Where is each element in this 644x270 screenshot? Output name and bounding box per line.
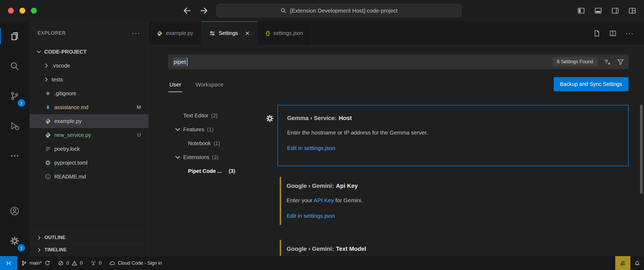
chevron-down-icon [36, 49, 42, 55]
cloud-code-label: Cloud Code - Sign in [118, 260, 162, 266]
toc-item-notebook[interactable]: Notebook (1) [168, 136, 271, 150]
settings-editor: pipet 6 Settings Found User Workspace Ba… [149, 45, 644, 256]
activity-item-accounts[interactable] [0, 196, 29, 226]
file-name: .gitignore [54, 90, 76, 97]
activity-item-run-debug[interactable] [0, 111, 29, 141]
sidebar-section-outline[interactable]: OUTLINE [30, 231, 148, 244]
settings-sliders-icon [209, 30, 215, 36]
setting-gear-button[interactable] [266, 114, 274, 122]
open-settings-json-icon[interactable] [593, 30, 600, 37]
chevron-right-icon [43, 77, 49, 82]
setting-category: Gemma › Service: [287, 115, 337, 121]
toc-label: Features [183, 126, 204, 133]
toc-item-pipet-code[interactable]: Pipet Code ... (3) [168, 164, 271, 178]
nav-back-button[interactable] [182, 6, 191, 15]
activity-item-more[interactable] [0, 141, 29, 171]
setting-description: Enter the hostname or IP address for the… [287, 129, 619, 136]
nav-forward-button[interactable] [199, 6, 209, 15]
scope-tab-workspace[interactable]: Workspace [194, 77, 225, 92]
problems-status-item[interactable]: 0 0 [54, 256, 87, 270]
toc-label: Pipet Code ... [188, 168, 222, 174]
tree-item-assistance-md[interactable]: assistance.md M [30, 100, 148, 114]
settings-search-input[interactable]: pipet 6 Settings Found [168, 54, 629, 69]
toc-item-extensions[interactable]: Extensions (3) [168, 150, 271, 164]
tree-item-vscode[interactable]: .vscode [30, 59, 148, 73]
tree-item-new-service-py[interactable]: new_service.py U [30, 128, 148, 142]
window-controls [8, 8, 37, 14]
tab-label: example.py [166, 30, 193, 36]
clear-search-filters-icon[interactable] [604, 58, 611, 65]
setting-row-gemma-service-host[interactable]: Gemma › Service:Host Enter the hostname … [278, 105, 629, 166]
tree-item-root-code-project[interactable]: CODE-PROJECT [30, 45, 148, 59]
setting-description: Enter your API Key for Gemini. [287, 197, 620, 204]
tree-item-gitignore[interactable]: .gitignore [30, 86, 148, 100]
radio-tower-icon [91, 260, 96, 266]
minimize-window-button[interactable] [19, 8, 25, 14]
section-title: TIMELINE [44, 247, 67, 253]
file-name: example.py [54, 118, 81, 124]
results-count-badge: 6 Settings Found [553, 57, 597, 66]
setting-row-google-gemini-text-model[interactable]: Google › Gemini:Text Model [278, 236, 629, 256]
setting-title: Google › Gemini:Api Key [287, 182, 620, 190]
zoom-window-button[interactable] [31, 8, 37, 14]
toc-item-text-editor[interactable]: Text Editor (2) [168, 109, 271, 122]
split-editor-icon[interactable] [609, 30, 616, 37]
scrollbar[interactable] [640, 105, 643, 193]
chevron-right-icon [36, 235, 42, 240]
toc-count: (1) [207, 126, 213, 133]
toc-item-features[interactable]: Features (1) [168, 122, 271, 136]
setting-row-google-gemini-api-key[interactable]: Google › Gemini:Api Key Enter your API K… [278, 173, 629, 229]
edit-in-settings-json-link[interactable]: Edit in settings.json [287, 213, 335, 219]
customize-layout-icon[interactable] [629, 7, 636, 14]
toggle-panel-right-icon[interactable] [612, 7, 619, 14]
setting-title: Google › Gemini:Text Model [287, 245, 620, 253]
chevron-right-icon [36, 247, 42, 253]
section-title: OUTLINE [44, 235, 66, 240]
activity-item-source-control[interactable]: 2 [0, 81, 29, 111]
activity-item-explorer[interactable] [0, 21, 29, 51]
vscode-window: [Extension Development Host] code-projec… [0, 0, 644, 270]
toggle-panel-left-icon[interactable] [577, 7, 585, 14]
account-icon [10, 206, 19, 216]
tab-settings[interactable]: Settings × [201, 21, 258, 45]
tree-item-tests[interactable]: tests [30, 73, 148, 86]
tree-item-pyproject-toml[interactable]: pyproject.toml [30, 156, 148, 170]
cloud-code-status-item[interactable]: Cloud Code - Sign in [105, 256, 166, 270]
branch-status-item[interactable]: main* [17, 256, 54, 270]
ports-status-item[interactable]: 0 [87, 256, 105, 270]
backup-sync-settings-button[interactable]: Backup and Sync Settings [554, 77, 629, 91]
edit-in-settings-json-link[interactable]: Edit in settings.json [287, 145, 335, 151]
api-key-link[interactable]: API Key [314, 197, 334, 203]
tab-label: Settings [219, 30, 238, 36]
json-braces-icon: {} [266, 30, 270, 36]
command-center[interactable]: [Extension Development Host] code-projec… [217, 4, 462, 17]
tree-item-example-py[interactable]: example.py [30, 114, 148, 128]
activity-item-settings[interactable]: 1 [0, 226, 29, 256]
chevron-right-icon [43, 63, 49, 69]
python-icon [157, 30, 162, 36]
tree-item-readme-md[interactable]: README.md [30, 170, 148, 184]
do-not-disturb-status-item[interactable] [615, 256, 630, 270]
tab-settings-json[interactable]: {} settings.json [258, 21, 311, 45]
debug-icon [10, 121, 19, 131]
file-name: pyproject.toml [54, 160, 88, 166]
setting-label: Api Key [336, 182, 358, 189]
toggle-panel-bottom-icon[interactable] [594, 7, 602, 14]
setting-label: Text Model [336, 245, 366, 252]
notifications-bell-button[interactable] [630, 256, 644, 270]
scope-tab-user[interactable]: User [168, 77, 182, 92]
remote-indicator[interactable] [0, 256, 17, 270]
cloud-icon [109, 260, 115, 266]
filter-icon[interactable] [617, 58, 624, 65]
search-icon [280, 8, 286, 14]
activity-item-search[interactable] [0, 51, 29, 81]
sidebar-section-timeline[interactable]: TIMELINE [30, 244, 148, 256]
tree-item-poetry-lock[interactable]: poetry.lock [30, 142, 148, 156]
info-icon [45, 174, 51, 180]
setting-label: Host [339, 115, 352, 121]
setting-category: Google › Gemini: [287, 182, 334, 189]
sync-icon [44, 260, 50, 266]
tab-label: settings.json [273, 30, 303, 36]
close-window-button[interactable] [8, 8, 14, 14]
tab-example-py[interactable]: example.py [149, 21, 201, 45]
